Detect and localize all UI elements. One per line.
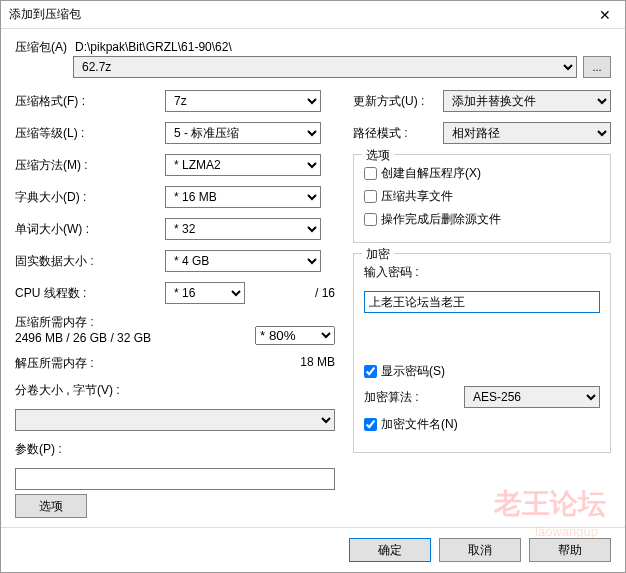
encrypt-group: 加密 输入密码 : 显示密码(S) 加密算法 : AES-256 加密文件名(N… — [353, 253, 611, 453]
archive-path: D:\pikpak\Bit\GRZL\61-90\62\ — [73, 40, 611, 54]
encrypt-legend: 加密 — [362, 246, 394, 263]
method-select[interactable]: * LZMA2 — [165, 154, 321, 176]
left-column: 压缩格式(F) : 7z 压缩等级(L) : 5 - 标准压缩 压缩方法(M) … — [15, 90, 335, 518]
cpu-select[interactable]: * 16 — [165, 282, 245, 304]
delete-checkbox[interactable] — [364, 213, 377, 226]
mem-compress-label: 压缩所需内存 : — [15, 314, 151, 331]
format-select[interactable]: 7z — [165, 90, 321, 112]
close-button[interactable]: ✕ — [585, 1, 625, 29]
shared-checkbox[interactable] — [364, 190, 377, 203]
archive-label: 压缩包(A) — [15, 39, 67, 56]
word-select[interactable]: * 32 — [165, 218, 321, 240]
mem-percent-select[interactable]: * 80% — [255, 326, 335, 345]
sfx-label: 创建自解压程序(X) — [381, 165, 481, 182]
encnames-row[interactable]: 加密文件名(N) — [364, 416, 600, 433]
shared-row[interactable]: 压缩共享文件 — [364, 188, 600, 205]
encnames-checkbox[interactable] — [364, 418, 377, 431]
options-legend: 选项 — [362, 147, 394, 164]
sfx-checkbox[interactable] — [364, 167, 377, 180]
pathmode-label: 路径模式 : — [353, 125, 443, 142]
cpu-suffix: / 16 — [251, 286, 335, 300]
columns: 压缩格式(F) : 7z 压缩等级(L) : 5 - 标准压缩 压缩方法(M) … — [15, 90, 611, 518]
options-group: 选项 创建自解压程序(X) 压缩共享文件 操作完成后删除源文件 — [353, 154, 611, 243]
ok-button[interactable]: 确定 — [349, 538, 431, 562]
level-label: 压缩等级(L) : — [15, 125, 165, 142]
encnames-label: 加密文件名(N) — [381, 416, 458, 433]
browse-button[interactable]: ... — [583, 56, 611, 78]
param-input[interactable] — [15, 468, 335, 490]
showpwd-label: 显示密码(S) — [381, 363, 445, 380]
archive-row: 压缩包(A) D:\pikpak\Bit\GRZL\61-90\62\ 62.7… — [15, 39, 611, 78]
showpwd-checkbox[interactable] — [364, 365, 377, 378]
solid-label: 固实数据大小 : — [15, 253, 165, 270]
update-label: 更新方式(U) : — [353, 93, 443, 110]
close-icon: ✕ — [599, 7, 611, 23]
pathmode-select[interactable]: 相对路径 — [443, 122, 611, 144]
update-select[interactable]: 添加并替换文件 — [443, 90, 611, 112]
window-title: 添加到压缩包 — [9, 6, 81, 23]
help-button[interactable]: 帮助 — [529, 538, 611, 562]
cancel-button[interactable]: 取消 — [439, 538, 521, 562]
password-input[interactable] — [364, 291, 600, 313]
dialog-window: 添加到压缩包 ✕ 压缩包(A) D:\pikpak\Bit\GRZL\61-90… — [0, 0, 626, 573]
pwd-label: 输入密码 : — [364, 264, 600, 281]
mem-compress-value: 2496 MB / 26 GB / 32 GB — [15, 331, 151, 345]
dict-select[interactable]: * 16 MB — [165, 186, 321, 208]
right-column: 更新方式(U) : 添加并替换文件 路径模式 : 相对路径 选项 创建自解压程序… — [353, 90, 611, 518]
archive-file-select[interactable]: 62.7z — [73, 56, 577, 78]
volumes-select[interactable] — [15, 409, 335, 431]
method-label: 压缩方法(M) : — [15, 157, 165, 174]
volumes-label: 分卷大小 , 字节(V) : — [15, 382, 335, 399]
algo-label: 加密算法 : — [364, 389, 464, 406]
options-button[interactable]: 选项 — [15, 494, 87, 518]
dict-label: 字典大小(D) : — [15, 189, 165, 206]
cpu-label: CPU 线程数 : — [15, 285, 165, 302]
mem-decompress-value: 18 MB — [300, 355, 335, 372]
title-bar: 添加到压缩包 ✕ — [1, 1, 625, 29]
delete-row[interactable]: 操作完成后删除源文件 — [364, 211, 600, 228]
footer: 确定 取消 帮助 — [1, 527, 625, 572]
level-select[interactable]: 5 - 标准压缩 — [165, 122, 321, 144]
showpwd-row[interactable]: 显示密码(S) — [364, 363, 600, 380]
shared-label: 压缩共享文件 — [381, 188, 453, 205]
mem-decompress-label: 解压所需内存 : — [15, 355, 94, 372]
solid-select[interactable]: * 4 GB — [165, 250, 321, 272]
dialog-body: 压缩包(A) D:\pikpak\Bit\GRZL\61-90\62\ 62.7… — [1, 29, 625, 527]
algo-select[interactable]: AES-256 — [464, 386, 600, 408]
format-label: 压缩格式(F) : — [15, 93, 165, 110]
delete-label: 操作完成后删除源文件 — [381, 211, 501, 228]
param-label: 参数(P) : — [15, 441, 335, 458]
word-label: 单词大小(W) : — [15, 221, 165, 238]
sfx-row[interactable]: 创建自解压程序(X) — [364, 165, 600, 182]
